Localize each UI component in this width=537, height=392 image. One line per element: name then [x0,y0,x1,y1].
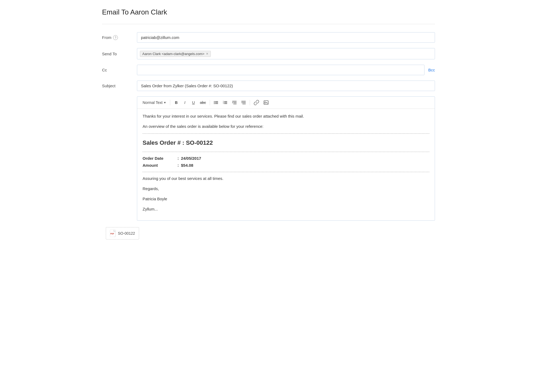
divider-line-3 [143,172,429,172]
svg-rect-13 [233,102,237,103]
divider-line-1 [143,133,429,134]
send-to-row: Send To Aaron Clark <adam-clark@angels.c… [102,48,435,59]
text-style-dropdown[interactable]: Normal Text [140,99,168,106]
editor-wrapper: Normal Text B I U abc 1. [137,96,435,221]
image-button[interactable] [262,99,270,106]
svg-point-21 [265,101,266,102]
tag-close-icon[interactable]: × [206,52,208,56]
top-divider [102,24,435,24]
attachment-item[interactable]: PDF SO-00122 [106,227,139,239]
email-overview: An overview of the sales order is availa… [143,123,429,130]
attachment-filename: SO-00122 [118,231,135,235]
order-details: Order Date : 24/05/2017 Amount : $54.08 [143,155,429,169]
svg-point-2 [214,102,215,103]
toolbar-separator-3 [250,100,250,105]
svg-rect-17 [242,102,246,103]
from-input[interactable] [137,32,435,43]
svg-marker-15 [232,102,233,103]
svg-rect-16 [241,101,246,101]
svg-rect-20 [264,101,268,104]
cc-label: Cc [102,68,137,72]
cc-input-wrapper: Bcc [137,65,435,75]
email-intro: Thanks for your interest in our services… [143,113,429,119]
bullet-list-button[interactable] [212,99,220,106]
svg-rect-3 [215,102,218,103]
underline-button[interactable]: U [190,99,197,106]
svg-rect-12 [232,101,237,101]
email-name: Patricia Boyle [143,196,429,202]
svg-rect-14 [233,104,237,104]
subject-input[interactable] [137,81,435,91]
editor-toolbar: Normal Text B I U abc 1. [137,97,435,109]
send-to-label: Send To [102,52,137,56]
svg-rect-11 [224,103,227,104]
link-button[interactable] [252,99,261,106]
svg-point-4 [214,103,215,104]
svg-marker-19 [241,102,242,103]
send-to-tag: Aaron Clark <adam-clark@angels.com> × [140,51,211,57]
help-icon[interactable]: ? [113,35,118,40]
amount-row: Amount : $54.08 [143,162,429,169]
svg-rect-18 [242,104,246,104]
sales-order-title: Sales Order # : SO-00122 [143,138,429,147]
svg-point-0 [214,101,215,102]
bcc-button[interactable]: Bcc [428,68,435,72]
svg-rect-9 [224,102,227,103]
bold-button[interactable]: B [172,99,180,106]
from-label: From ? [102,35,137,40]
toolbar-separator-1 [170,100,170,105]
italic-button[interactable]: I [181,99,188,106]
subject-row: Subject [102,81,435,91]
email-regards: Regards, [143,186,429,192]
toolbar-separator-2 [210,100,210,105]
email-company: Zyllum... [143,206,429,212]
svg-rect-5 [215,103,218,104]
svg-rect-7 [224,101,227,102]
numbered-list-button[interactable]: 1. 2. 3. [221,99,229,106]
amount-value: $54.08 [181,162,193,169]
editor-content[interactable]: Thanks for your interest in our services… [137,109,435,220]
page-container: Email To Aaron Clark From ? Send To Aaro… [91,0,446,250]
svg-rect-1 [215,101,218,102]
order-date-label: Order Date [143,155,177,162]
from-row: From ? [102,32,435,43]
send-to-container[interactable]: Aaron Clark <adam-clark@angels.com> × [137,48,435,59]
attachment-area: PDF SO-00122 [102,224,435,242]
cc-input[interactable] [137,65,424,75]
page-title: Email To Aaron Clark [102,8,435,16]
email-closing: Assuring you of our best services at all… [143,175,429,182]
strikethrough-button[interactable]: abc [198,99,208,106]
svg-text:PDF: PDF [110,233,114,235]
outdent-button[interactable] [240,99,248,106]
svg-text:3.: 3. [223,103,224,104]
order-date-row: Order Date : 24/05/2017 [143,155,429,162]
order-date-value: 24/05/2017 [181,155,201,162]
pdf-icon: PDF [110,230,116,237]
divider-line-2 [143,152,429,152]
subject-label: Subject [102,84,137,88]
amount-label: Amount [143,162,177,169]
indent-button[interactable] [230,99,238,106]
cc-row: Cc Bcc [102,65,435,75]
